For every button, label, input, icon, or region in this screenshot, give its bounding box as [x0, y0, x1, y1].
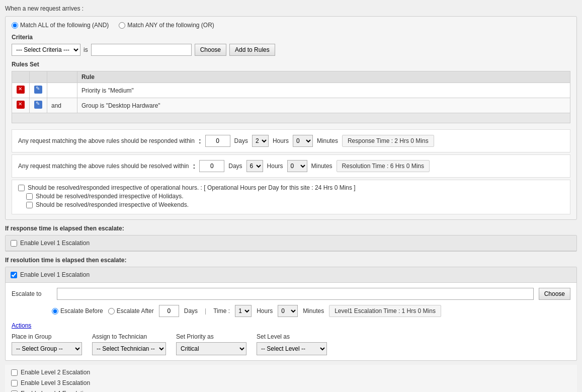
- escalate-after-label: Escalate After: [117, 307, 154, 315]
- resolution-level1-label: Enable Level 1 Escalation: [20, 271, 90, 278]
- resolution-minutes-select[interactable]: 0 30: [287, 160, 307, 172]
- resolution-escalation-body: Escalate to Choose Escalate Before Escal…: [6, 283, 576, 360]
- escalate-minutes-select[interactable]: 0 30: [278, 305, 298, 317]
- level4-checkbox[interactable]: [11, 390, 18, 393]
- escalate-before-radio[interactable]: [52, 308, 58, 315]
- weekends-row: Should be resolved/responded irrespectiv…: [18, 201, 564, 208]
- response-minutes-select[interactable]: 0 30: [293, 135, 313, 147]
- criteria-panel: Match ALL of the following (AND) Match A…: [5, 16, 577, 220]
- holidays-checkbox[interactable]: [26, 193, 33, 200]
- set-level-group: Set Level as -- Select Level --: [257, 333, 327, 355]
- level2-row: Enable Level 2 Escalation: [11, 369, 571, 376]
- rules-set-label: Rules Set: [12, 61, 570, 68]
- col-delete-header: [12, 71, 30, 83]
- select-group-dropdown[interactable]: -- Select Group --: [12, 342, 82, 355]
- match-all-option[interactable]: Match ALL of the following (AND): [12, 22, 109, 29]
- resolution-level1-checkbox[interactable]: [11, 272, 17, 278]
- edit-row2-button[interactable]: [34, 100, 43, 111]
- escalate-choose-button[interactable]: Choose: [539, 288, 570, 300]
- escalate-to-input[interactable]: [57, 288, 534, 300]
- criteria-label: Criteria: [12, 34, 570, 41]
- escalate-before-option[interactable]: Escalate Before: [52, 307, 103, 315]
- escalation-result-box: Level1 Escalation Time : 1 Hrs 0 Mins: [329, 305, 441, 317]
- set-priority-dropdown[interactable]: Critical High Medium Low: [176, 342, 246, 355]
- escalate-after-option[interactable]: Escalate After: [108, 307, 154, 315]
- response-hours-select[interactable]: 2 1 3: [252, 135, 269, 147]
- set-priority-label: Set Priority as: [176, 333, 246, 340]
- escalate-before-label: Escalate Before: [60, 307, 103, 315]
- level-checkboxes-section: Enable Level 2 Escalation Enable Level 3…: [5, 365, 577, 392]
- response-time-label: Any request matching the above rules sho…: [18, 137, 195, 144]
- edit-row1-button[interactable]: [34, 85, 43, 96]
- delete-row1-button[interactable]: [16, 85, 25, 96]
- col-and-header: [47, 71, 77, 83]
- match-type-row: Match ALL of the following (AND) Match A…: [12, 22, 570, 29]
- level2-checkbox[interactable]: [11, 369, 18, 376]
- level3-label: Enable Level 3 Escalation: [21, 379, 90, 386]
- resolution-minutes-label: Minutes: [311, 163, 332, 170]
- resolution-hours-label: Hours: [267, 163, 283, 170]
- select-tech-dropdown[interactable]: -- Select Technician --: [92, 342, 166, 355]
- resolution-days-input[interactable]: [199, 160, 224, 172]
- escalate-to-label: Escalate to: [12, 290, 52, 297]
- escalate-hours-label: Hours: [257, 307, 273, 315]
- criteria-select[interactable]: --- Select Criteria ---: [12, 44, 80, 56]
- response-days-input[interactable]: [205, 135, 230, 147]
- level4-label: Enable Level 4 Escalation: [21, 390, 90, 392]
- assign-to-tech-label: Assign to Technician: [92, 333, 166, 340]
- escalate-hours-select[interactable]: 1 2: [235, 305, 252, 317]
- resolution-time-result: Resolution Time : 6 Hrs 0 Mins: [337, 160, 430, 172]
- escalate-days-input[interactable]: [159, 305, 179, 317]
- add-to-rules-button[interactable]: Add to Rules: [229, 44, 275, 56]
- col-edit-header: [30, 71, 47, 83]
- select-level-dropdown[interactable]: -- Select Level --: [257, 342, 327, 355]
- response-time-row: Any request matching the above rules sho…: [12, 129, 570, 152]
- level2-label: Enable Level 2 Escalation: [21, 369, 90, 376]
- escalate-options-row: Escalate Before Escalate After Days | Ti…: [12, 305, 570, 317]
- assign-to-tech-group: Assign to Technician -- Select Technicia…: [92, 333, 166, 355]
- response-days-label: Days: [234, 137, 248, 144]
- rules-table: Rule Priority is "Med: [12, 71, 570, 123]
- edit-icon: [34, 86, 42, 94]
- table-row: and Group is "Desktop Hardware": [12, 98, 570, 113]
- holidays-label: Should be resolved/responded irrespectiv…: [36, 193, 184, 200]
- response-level1-label: Enable Level 1 Escalation: [20, 240, 90, 247]
- place-in-group-group: Place in Group -- Select Group --: [12, 333, 82, 355]
- match-any-radio[interactable]: [119, 22, 125, 29]
- operational-hours-checkbox[interactable]: [18, 185, 25, 191]
- holidays-row: Should be resolved/responded irrespectiv…: [18, 193, 564, 200]
- response-level1-checkbox[interactable]: [11, 240, 17, 247]
- response-hours-label: Hours: [273, 137, 289, 144]
- match-any-option[interactable]: Match ANY of the following (OR): [119, 22, 214, 29]
- table-row: Priority is "Medium": [12, 83, 570, 98]
- weekends-checkbox[interactable]: [26, 202, 33, 208]
- set-level-label: Set Level as: [257, 333, 327, 340]
- level4-row: Enable Level 4 Escalation: [11, 390, 571, 392]
- time-label: Time :: [213, 307, 230, 315]
- actions-row: Place in Group -- Select Group -- Assign…: [12, 333, 570, 355]
- criteria-text-input[interactable]: [91, 44, 192, 56]
- delete-row2-button[interactable]: [16, 100, 25, 111]
- resolution-escalation-header: Enable Level 1 Escalation: [6, 267, 576, 283]
- resolution-time-row: Any request matching the above rules sho…: [12, 154, 570, 178]
- resolution-time-label: Any request matching the above rules sho…: [18, 163, 189, 170]
- operational-section: Should be resolved/responded irrespectiv…: [12, 180, 570, 214]
- actions-link[interactable]: Actions: [12, 322, 570, 329]
- empty-row: [12, 113, 570, 123]
- page-header: When a new request arrives :: [5, 5, 577, 12]
- escalate-after-radio[interactable]: [108, 308, 115, 315]
- match-all-radio[interactable]: [12, 22, 18, 29]
- weekends-label: Should be resolved/responded irrespectiv…: [36, 201, 189, 208]
- response-escalation-panel: Enable Level 1 Escalation: [5, 235, 577, 252]
- set-priority-group: Set Priority as Critical High Medium Low: [176, 333, 246, 355]
- operational-main-row: Should be resolved/responded irrespectiv…: [18, 184, 564, 191]
- col-rule-header: Rule: [77, 71, 570, 83]
- level3-checkbox[interactable]: [11, 380, 18, 386]
- resolution-escalation-panel: Enable Level 1 Escalation Escalate to Ch…: [5, 267, 577, 361]
- pipe-separator: |: [203, 307, 208, 315]
- resolution-hours-select[interactable]: 6 1 2: [246, 160, 263, 172]
- rule-row2-text: Group is "Desktop Hardware": [77, 98, 570, 113]
- response-minutes-label: Minutes: [317, 137, 338, 144]
- rule-row1-text: Priority is "Medium": [77, 83, 570, 98]
- choose-button[interactable]: Choose: [195, 44, 226, 56]
